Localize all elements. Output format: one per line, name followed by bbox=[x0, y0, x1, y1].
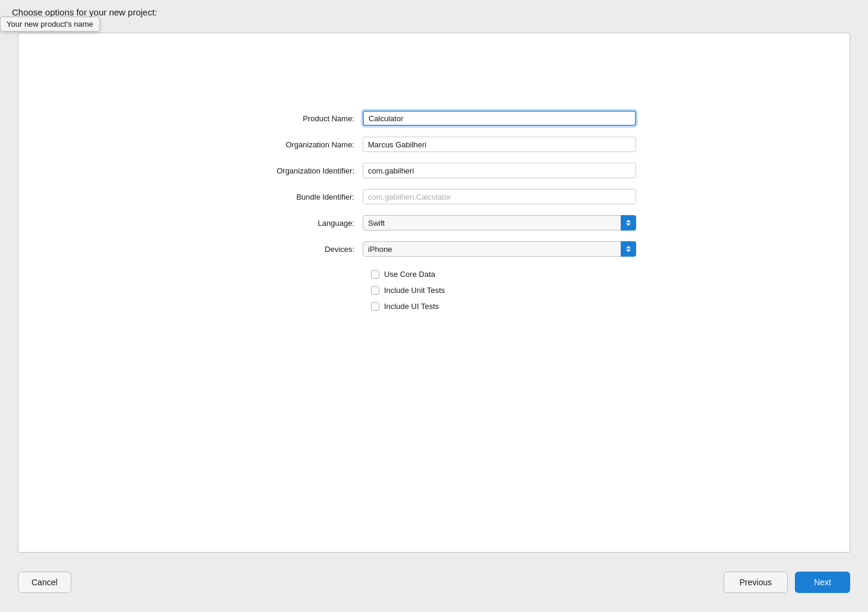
devices-label: Devices: bbox=[232, 245, 363, 254]
org-id-label: Organization Identifier: bbox=[232, 166, 363, 175]
devices-row: Devices: iPhone iPad Universal bbox=[232, 241, 636, 257]
use-core-data-checkbox[interactable] bbox=[371, 270, 379, 279]
language-row: Language: Swift Objective-C bbox=[232, 215, 636, 231]
org-name-input[interactable] bbox=[363, 137, 636, 152]
dialog-panel: Product Name: Organization Name: Organiz… bbox=[18, 33, 850, 553]
checkbox-group: Use Core Data Include Unit Tests Include… bbox=[232, 270, 636, 311]
top-bar: Choose options for your new project: You… bbox=[0, 0, 868, 33]
window-title: Choose options for your new project: bbox=[12, 7, 157, 17]
org-id-row: Organization Identifier: bbox=[232, 163, 636, 178]
product-name-tooltip: Your new product's name bbox=[0, 17, 100, 31]
use-core-data-row: Use Core Data bbox=[371, 270, 636, 279]
product-name-input[interactable] bbox=[363, 111, 636, 126]
include-unit-tests-checkbox[interactable] bbox=[371, 286, 379, 295]
include-ui-tests-checkbox[interactable] bbox=[371, 302, 379, 311]
include-unit-tests-label: Include Unit Tests bbox=[384, 286, 445, 295]
bottom-bar: Cancel Previous Next bbox=[0, 553, 868, 612]
org-name-label: Organization Name: bbox=[232, 140, 363, 149]
bundle-id-row: Bundle Identifier: bbox=[232, 189, 636, 204]
previous-button[interactable]: Previous bbox=[724, 572, 788, 593]
language-select[interactable]: Swift Objective-C bbox=[363, 215, 636, 231]
right-buttons: Previous Next bbox=[724, 572, 850, 593]
devices-select[interactable]: iPhone iPad Universal bbox=[363, 241, 636, 257]
product-name-row: Product Name: bbox=[232, 111, 636, 126]
language-label: Language: bbox=[232, 219, 363, 228]
org-name-row: Organization Name: bbox=[232, 137, 636, 152]
language-select-wrapper[interactable]: Swift Objective-C bbox=[363, 215, 636, 231]
devices-select-wrapper[interactable]: iPhone iPad Universal bbox=[363, 241, 636, 257]
include-ui-tests-row: Include UI Tests bbox=[371, 302, 636, 311]
cancel-button[interactable]: Cancel bbox=[18, 572, 71, 593]
bundle-id-label: Bundle Identifier: bbox=[232, 193, 363, 201]
form-area: Product Name: Organization Name: Organiz… bbox=[18, 33, 850, 311]
use-core-data-label: Use Core Data bbox=[384, 270, 435, 279]
product-name-label: Product Name: bbox=[232, 114, 363, 123]
bundle-id-input bbox=[363, 189, 636, 204]
include-ui-tests-label: Include UI Tests bbox=[384, 302, 439, 311]
next-button[interactable]: Next bbox=[795, 572, 850, 593]
include-unit-tests-row: Include Unit Tests bbox=[371, 286, 636, 295]
org-id-input[interactable] bbox=[363, 163, 636, 178]
